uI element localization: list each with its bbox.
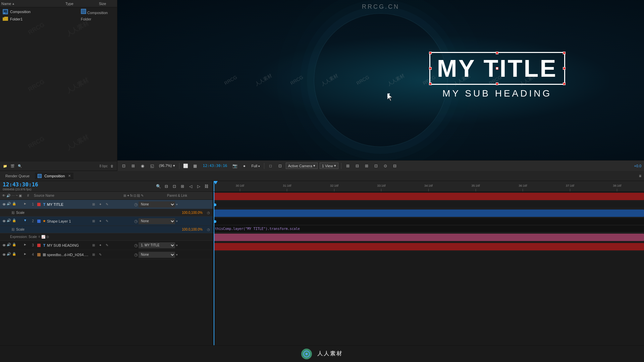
layer-3-parent-select[interactable]: 1. MY TITLE <box>139 242 175 248</box>
region-icon[interactable]: ⊡ <box>120 162 127 170</box>
track-row-1 <box>213 192 644 201</box>
3d-view-icon[interactable]: ◉ <box>139 162 146 170</box>
layer-2-lock[interactable]: 🔒 <box>12 219 17 224</box>
layer-4-visibility[interactable] <box>1 252 7 257</box>
expr-graph-icon[interactable]: 📈 <box>41 235 45 239</box>
layer-row-1[interactable]: 🔊 🔒 1 MY TITLE ⊞ ✦ ✎ <box>0 200 213 209</box>
ctrl-center[interactable] <box>496 67 498 70</box>
composition-icon <box>3 9 8 14</box>
track-row-4 <box>213 242 644 251</box>
ctrl-top-mid[interactable] <box>496 52 498 54</box>
view-options-icon[interactable]: ⊞ <box>129 162 137 170</box>
ctrl-top-left[interactable] <box>429 52 432 54</box>
layer-2-edit[interactable]: ✎ <box>104 218 110 224</box>
motion-blur-icon[interactable]: ⊡ <box>276 162 284 170</box>
layer-1-star[interactable]: ✦ <box>97 201 103 207</box>
layer-1-collapse[interactable] <box>23 202 29 207</box>
parent-chevron-2: ▾ <box>176 220 178 223</box>
layer-2-collapse[interactable] <box>23 219 29 224</box>
tab-close-icon[interactable]: ✕ <box>68 174 71 178</box>
layer-1-scale-value: 100.0,100.0% <box>182 211 203 215</box>
layer-4-collapse[interactable] <box>23 252 29 257</box>
project-item-composition[interactable]: Composition Composition <box>0 8 117 15</box>
layer-row-2[interactable]: 🔊 🔒 2 Shape Layer 1 ⊞ ✦ ✎ <box>0 217 213 226</box>
expr-link-icon[interactable]: ⊙ <box>46 235 49 239</box>
layer-4-parent-link[interactable]: ⊞ <box>91 252 97 258</box>
expr-enable-icon[interactable]: = <box>38 235 40 239</box>
delete-icon[interactable]: 🗑 <box>109 163 115 169</box>
layer-1-parent-select[interactable]: None <box>139 201 175 207</box>
snapshot-icon[interactable]: 📷 <box>231 162 238 170</box>
ctrl-bottom-mid[interactable] <box>496 82 498 85</box>
transparency-grid-icon[interactable]: ▦ <box>192 162 199 170</box>
layer-3-visibility[interactable] <box>1 243 7 248</box>
grid-icon[interactable]: ⊞ <box>363 162 370 170</box>
camera-dropdown[interactable]: Active Camera ▾ <box>286 163 318 169</box>
track-bar-1 <box>214 193 644 200</box>
layer-2-visibility[interactable] <box>1 219 7 224</box>
new-folder-icon[interactable]: 📁 <box>2 163 8 169</box>
guides-icon[interactable]: ⊙ <box>382 162 389 170</box>
layer-3-edit[interactable]: ✎ <box>104 242 110 248</box>
layer-2-parent-link[interactable]: ⊞ <box>91 218 97 224</box>
layer-3-star[interactable]: ✦ <box>97 242 103 248</box>
region-of-interest-icon[interactable]: ⬜ <box>182 162 190 170</box>
layer-1-lock[interactable]: 🔒 <box>12 202 17 207</box>
layer-1-edit[interactable]: ✎ <box>104 201 110 207</box>
zoom-dropdown[interactable]: (96.7%) ▾ <box>158 164 176 168</box>
layer-1-parent-link[interactable]: ⊞ <box>91 201 97 207</box>
layer-3-parent-link[interactable]: ⊞ <box>91 242 97 248</box>
tab-render-queue[interactable]: Render Queue <box>3 173 32 179</box>
graph-editor-icon[interactable]: ⊟ <box>163 183 170 190</box>
comp-flowchart-icon[interactable]: ⊞ <box>344 162 352 170</box>
timecode-display[interactable]: 12:43:30:16 <box>201 164 229 168</box>
layer-3-audio[interactable]: 🔊 <box>7 243 12 248</box>
view-dropdown[interactable]: 1 View ▾ <box>320 163 338 169</box>
motion-sketch-icon[interactable]: ⊞ <box>179 183 186 190</box>
ctrl-right-mid[interactable] <box>563 67 566 70</box>
layer-3-lock[interactable]: 🔒 <box>12 243 17 248</box>
layer-4-edit[interactable]: ✎ <box>97 252 103 258</box>
layer-1-audio[interactable]: 🔊 <box>7 202 12 207</box>
layer-1-visibility[interactable] <box>1 202 7 207</box>
safe-margins-icon[interactable]: ⊟ <box>391 162 398 170</box>
layer-row-3[interactable]: 🔊 🔒 3 MY SUB HEADING ⊞ ✦ <box>0 241 213 250</box>
layer-3-collapse[interactable] <box>23 243 29 248</box>
search-timeline-icon[interactable]: 🔍 <box>155 183 162 190</box>
layer-1-scale-link[interactable]: ⛓ <box>10 210 16 216</box>
tab-composition[interactable]: Composition ✕ <box>35 173 73 179</box>
layer-1-scale-keyframe[interactable]: ◷ <box>205 210 211 216</box>
project-item-folder[interactable]: Folder1 Folder <box>0 15 117 23</box>
layer-solo-icon[interactable]: ⊡ <box>171 183 178 190</box>
ctrl-left-mid[interactable] <box>429 67 432 70</box>
transparency-icon[interactable]: ◱ <box>148 162 156 170</box>
layer-4-lock[interactable]: 🔒 <box>12 252 17 257</box>
timeline-menu-icon[interactable]: ≡ <box>639 174 641 178</box>
quality-dropdown[interactable]: Full <box>250 164 261 168</box>
layer-4-parent-select[interactable]: None <box>139 252 175 258</box>
layer-2-scale-link[interactable]: ⛓ <box>10 227 16 233</box>
layer-2-scale-keyframe[interactable]: ◷ <box>205 227 211 233</box>
render-icon[interactable]: ⊟ <box>354 162 361 170</box>
layer-2-audio[interactable]: 🔊 <box>7 219 12 224</box>
new-composition-icon[interactable]: 🎬 <box>9 163 15 169</box>
timeline-layer-panel: 12:43:30:16 0999456 (23.976 fps) 🔍 ⊟ ⊡ ⊞… <box>0 181 213 345</box>
out-point-icon[interactable]: ▷ <box>195 183 202 190</box>
find-icon[interactable]: 🔍 <box>17 163 23 169</box>
layer-2-parent-select[interactable]: None <box>139 218 175 224</box>
ctrl-top-right[interactable] <box>563 52 566 54</box>
ruler-mark-8: 38:16f <box>594 184 641 191</box>
rulers-icon[interactable]: ⊡ <box>372 162 380 170</box>
in-point-icon[interactable]: ◁ <box>187 183 194 190</box>
ruler-mark-5: 35:16f <box>452 184 499 191</box>
fast-preview-icon[interactable]: □ <box>267 162 274 170</box>
layer-4-audio[interactable]: 🔊 <box>7 252 12 257</box>
link-icon[interactable]: ⛓ <box>203 183 210 190</box>
show-snapshot-icon[interactable]: ● <box>240 162 248 170</box>
col-type-header: Type <box>65 2 99 6</box>
layer-2-star[interactable]: ✦ <box>97 218 103 224</box>
ctrl-bottom-right[interactable] <box>563 82 566 85</box>
timeline-timecode[interactable]: 12:43:30:16 <box>3 181 38 188</box>
ctrl-bottom-left[interactable] <box>429 82 432 85</box>
layer-row-4[interactable]: 🔊 🔒 4 speedbo...d-HD_H264.mp4 ⊞ ✎ <box>0 250 213 259</box>
